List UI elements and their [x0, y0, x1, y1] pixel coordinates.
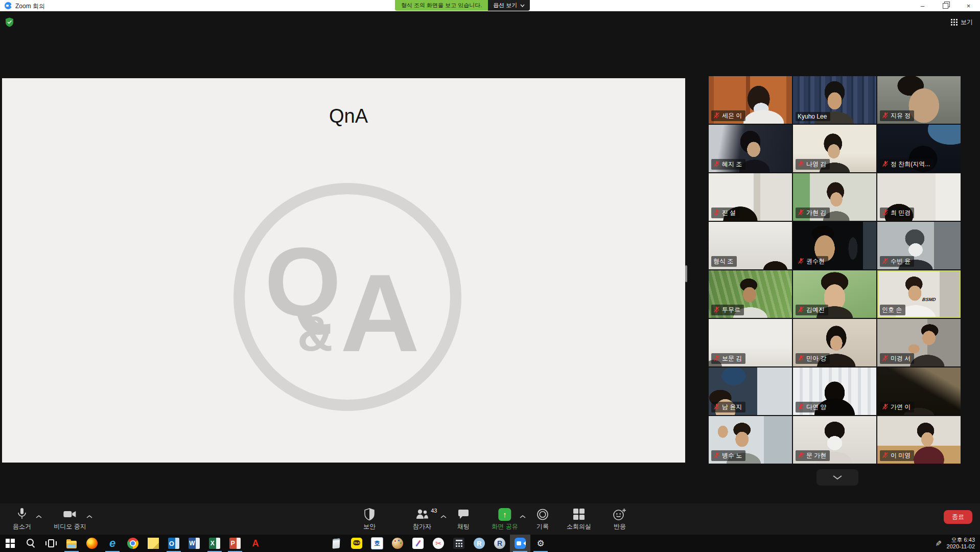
mute-options-caret[interactable]: [35, 512, 42, 521]
participant-tile[interactable]: 진 설: [709, 173, 792, 221]
participant-tile[interactable]: BSMD 인호 손: [877, 270, 961, 318]
muted-mic-icon: [798, 306, 804, 314]
participant-tile[interactable]: 투무르: [709, 270, 792, 318]
stop-video-button[interactable]: 비디오 중지: [54, 508, 86, 531]
muted-mic-icon: [798, 209, 804, 217]
participant-name: 이 미영: [891, 451, 911, 460]
participant-tile[interactable]: 나영 김: [793, 125, 876, 172]
rstudio-icon[interactable]: R: [489, 535, 510, 552]
viewing-banner-text: 형식 조의 화면을 보고 있습니다.: [395, 0, 488, 11]
participant-tile[interactable]: 정 찬희(지역...: [877, 125, 961, 172]
settings-icon[interactable]: ⚙: [530, 535, 551, 552]
sticky-notes-icon[interactable]: [143, 535, 164, 552]
shirt-text: BSMD: [922, 297, 936, 302]
share-screen-icon: ↑: [499, 508, 511, 521]
share-screen-button[interactable]: ↑ 화면 공유: [492, 508, 518, 531]
participant-tile[interactable]: 지유 정: [877, 76, 961, 124]
participant-tile[interactable]: 형식 조: [709, 222, 792, 269]
calculator-icon[interactable]: [449, 535, 469, 552]
kakaotalk-icon[interactable]: TALK: [346, 535, 367, 552]
participant-name: 형식 조: [713, 257, 733, 266]
taskbar-spacer: [266, 535, 326, 552]
qa-logo-a: A: [340, 258, 419, 368]
breakout-rooms-button[interactable]: 소회의실: [567, 508, 591, 531]
participant-tile[interactable]: 김예진: [793, 270, 876, 318]
participants-button[interactable]: 43 참가자: [413, 508, 431, 531]
muted-mic-icon: [713, 112, 720, 120]
r-console-icon[interactable]: R: [469, 535, 489, 552]
clock-time: 오후 6:43: [947, 537, 975, 543]
participant-tile[interactable]: 권수현: [793, 222, 876, 269]
participants-caret[interactable]: [440, 512, 447, 521]
notepad-icon[interactable]: [326, 535, 346, 552]
view-button[interactable]: 보기: [951, 18, 973, 27]
outlook-icon[interactable]: O: [164, 535, 184, 552]
participant-name: 가현 김: [806, 209, 826, 217]
participant-name: 진 설: [722, 209, 736, 217]
start-button-icon[interactable]: [0, 535, 20, 552]
acrobat-pdf-icon[interactable]: A: [245, 535, 266, 552]
task-view-icon[interactable]: [41, 535, 61, 552]
excel-icon[interactable]: X: [204, 535, 225, 552]
participant-label: 병수 노: [711, 450, 745, 461]
participant-tile[interactable]: 수빈 윤: [877, 222, 961, 269]
system-tray: ✎ 오후 6:43 2020-11-02: [935, 535, 980, 552]
pen-icon[interactable]: ✎: [934, 540, 943, 547]
end-meeting-button[interactable]: 종료: [944, 510, 972, 524]
record-button[interactable]: 기록: [536, 508, 549, 531]
file-explorer-icon[interactable]: [61, 535, 82, 552]
view-options-button[interactable]: 옵션 보기: [488, 0, 530, 11]
close-button[interactable]: ×: [957, 0, 980, 11]
paint-palette-icon[interactable]: [387, 535, 408, 552]
participant-tile[interactable]: Kyuho Lee: [793, 76, 876, 124]
chrome-icon[interactable]: [123, 535, 143, 552]
mute-button[interactable]: 음소거: [13, 508, 31, 531]
participant-tile[interactable]: 이 미영: [877, 416, 961, 464]
gallery-resize-handle[interactable]: [685, 265, 687, 282]
participant-tile[interactable]: 남 윤지: [709, 367, 792, 415]
participant-name: 보문 김: [722, 354, 742, 363]
participant-tile[interactable]: 가연 이: [877, 367, 961, 415]
paint-app-icon[interactable]: [408, 535, 428, 552]
participant-tile[interactable]: 민아 강: [793, 319, 876, 366]
restore-icon: [943, 3, 948, 9]
word-icon[interactable]: W: [184, 535, 204, 552]
gallery-scroll-down-button[interactable]: [816, 469, 858, 486]
title-bar: Zoom 회의 형식 조의 화면을 보고 있습니다. 옵션 보기 – ×: [0, 0, 980, 11]
meeting-info-shield-icon[interactable]: [5, 17, 14, 29]
minimize-button[interactable]: –: [911, 0, 934, 11]
participant-label: 인호 손: [880, 305, 905, 315]
reactions-button[interactable]: 반응: [613, 508, 627, 531]
participant-tile[interactable]: 다연 양: [793, 367, 876, 415]
clock-date: 2020-11-02: [947, 543, 975, 550]
firefox-icon[interactable]: [82, 535, 102, 552]
participant-tile[interactable]: 병수 노: [709, 416, 792, 464]
participant-tile[interactable]: 최 민경: [877, 173, 961, 221]
security-button[interactable]: 보안: [363, 508, 376, 531]
hancom-office-icon[interactable]: 호: [367, 535, 387, 552]
zoom-client-icon[interactable]: [510, 535, 530, 552]
participant-tile[interactable]: 혜지 조: [709, 125, 792, 172]
internet-explorer-icon[interactable]: e: [102, 535, 123, 552]
taskbar-clock[interactable]: 오후 6:43 2020-11-02: [947, 537, 977, 550]
video-options-caret[interactable]: [86, 512, 93, 521]
reactions-smiley-icon: [613, 508, 627, 521]
chat-button[interactable]: 채팅: [457, 508, 470, 531]
muted-mic-icon: [882, 355, 889, 363]
participant-tile[interactable]: 미경 서: [877, 319, 961, 366]
participant-tile[interactable]: 보문 김: [709, 319, 792, 366]
search-icon[interactable]: [20, 535, 41, 552]
restore-button[interactable]: [934, 0, 957, 11]
capture-tool-icon[interactable]: ✂: [428, 535, 449, 552]
participant-label: 지유 정: [880, 110, 914, 121]
participant-tile[interactable]: 세은 이: [709, 76, 792, 124]
participant-label: 수빈 윤: [880, 256, 914, 267]
share-options-caret[interactable]: [519, 512, 526, 521]
participant-label: 이 미영: [880, 450, 914, 461]
participant-name: 인호 손: [882, 306, 902, 314]
video-camera-icon: [63, 508, 77, 521]
participant-tile[interactable]: 가현 김: [793, 173, 876, 221]
participant-name: 정 찬희(지역...: [891, 160, 930, 169]
participant-tile[interactable]: 문 가현: [793, 416, 876, 464]
powerpoint-icon[interactable]: P: [225, 535, 245, 552]
